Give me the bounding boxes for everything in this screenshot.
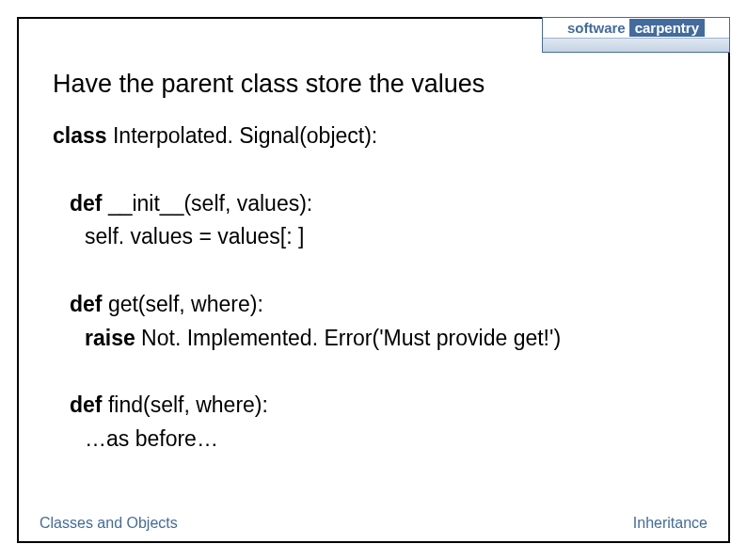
keyword-def: def (70, 191, 103, 216)
slide-heading: Have the parent class store the values (53, 70, 709, 99)
logo-subtitle (543, 38, 729, 52)
code-line: def find(self, where): (53, 389, 709, 423)
code-text: Interpolated. Signal(object): (107, 123, 378, 148)
keyword-raise: raise (85, 326, 135, 350)
slide-content: Have the parent class store the values c… (53, 70, 709, 456)
keyword-def: def (70, 292, 103, 316)
code-text: Not. Implemented. Error('Must provide ge… (135, 326, 561, 350)
code-line: class Interpolated. Signal(object): (53, 120, 709, 153)
code-line: def get(self, where): (53, 288, 709, 322)
code-text: …as before… (85, 426, 218, 451)
code-block: class Interpolated. Signal(object): def … (53, 120, 709, 456)
code-text: __init__(self, values): (103, 191, 313, 216)
code-line: self. values = values[: ] (53, 220, 709, 254)
brand-logo: software carpentry (542, 17, 730, 53)
blank-line (53, 355, 709, 389)
footer-right: Inheritance (633, 515, 707, 532)
logo-word-software: software (567, 20, 626, 36)
code-text: self. values = values[: ] (85, 224, 304, 248)
blank-line (53, 153, 709, 187)
logo-word-carpentry: carpentry (629, 19, 705, 37)
logo-top-row: software carpentry (543, 18, 729, 38)
footer-left: Classes and Objects (40, 515, 178, 532)
blank-line (53, 254, 709, 288)
code-line: def __init__(self, values): (53, 187, 709, 221)
keyword-def: def (70, 392, 103, 417)
keyword-class: class (53, 123, 107, 148)
code-line: …as before… (53, 423, 709, 456)
code-text: find(self, where): (103, 392, 268, 417)
code-line: raise Not. Implemented. Error('Must prov… (53, 322, 709, 356)
code-text: get(self, where): (103, 292, 263, 316)
